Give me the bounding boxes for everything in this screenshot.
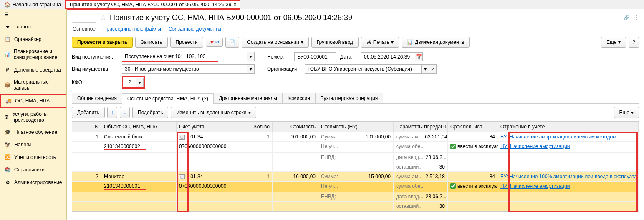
sublink-main[interactable]: Основное [73, 26, 96, 32]
th-refl[interactable]: Отражение в учете [498, 122, 639, 132]
kfo-dropdown[interactable]: ▾ [136, 78, 144, 87]
truck-icon: 🚚 [5, 98, 12, 105]
tab-general[interactable]: Общие сведения [72, 93, 122, 103]
edit-selected-button[interactable]: Изменить выделенные строки ▾ [171, 107, 256, 118]
tab-document[interactable]: Принятие к учету ОС, НМА, НПА БУ00-00000… [65, 0, 240, 10]
post-button[interactable]: Провести [170, 37, 203, 48]
sidebar-item-materials[interactable]: 📦Материальные запасы [0, 76, 66, 94]
gear-icon: ⚙ [4, 179, 11, 186]
receipt-type-dropdown[interactable]: ▾ [247, 52, 255, 61]
tab-home-label: Начальная страница [13, 2, 61, 8]
group-input-button[interactable]: Групповой ввод [311, 37, 359, 48]
table-header: N Объект ОС, НМА, НПА Счет учета Кол-во … [72, 122, 639, 132]
sidebar: ☰ ★Главное 📋Органайзер 📊Планирование и с… [0, 9, 67, 220]
page-title: Принятие к учету ОС, НМА, НПА БУ00-00000… [110, 13, 352, 22]
star-icon: ★ [4, 23, 11, 30]
print-button[interactable]: 🖨 Печать ▾ [361, 37, 399, 48]
tab-home[interactable]: 🏠 Начальная страница [0, 0, 65, 9]
share-icon: 🔀 [4, 154, 11, 161]
sidebar-item-planning[interactable]: 📊Планирование и санкционирование [0, 46, 66, 64]
book-icon: 📚 [4, 166, 11, 173]
sidebar-item-money[interactable]: ₽Денежные средства [0, 64, 66, 76]
sublinks: Основное Присоединенные файлы Связанные … [72, 26, 639, 32]
th-obj[interactable]: Объект ОС, НМА, НПА [101, 122, 177, 132]
property-type-dropdown[interactable]: ▾ [247, 64, 255, 74]
nav-buttons: ← → [72, 13, 96, 23]
sidebar-item-paid-edu[interactable]: 🎓Платное обучение [0, 126, 66, 138]
home-icon: 🏠 [4, 2, 10, 8]
th-params[interactable]: Параметры переданны... [394, 122, 448, 132]
create-based-button[interactable]: Создать на основании ▾ [242, 37, 309, 48]
th-qty[interactable]: Кол-во [239, 122, 273, 132]
receipt-type-field[interactable]: Поступление на счет 101, 102, 103 [122, 52, 247, 61]
sidebar-item-main[interactable]: ★Главное [0, 20, 66, 33]
sublink-related[interactable]: Связанные документы [169, 26, 221, 32]
org-open[interactable]: ↗ [429, 64, 437, 74]
sidebar-item-taxes[interactable]: 🦅Налоги [0, 138, 66, 151]
grad-cap-icon: 🎓 [4, 129, 11, 136]
box-icon: 📦 [4, 82, 10, 88]
movements-button[interactable]: 📊 Движения документа [402, 37, 470, 48]
receipt-type-label: Вид поступления: [72, 54, 118, 60]
add-button[interactable]: Добавить [72, 107, 105, 118]
toolbar: Провести и закрыть Записать Провести ДтК… [72, 37, 639, 48]
move-down-button[interactable]: ↓ [120, 107, 130, 118]
more-button[interactable]: Еще ▾ [601, 37, 626, 48]
sidebar-toggle[interactable]: ☰ [0, 9, 66, 20]
debit-credit-button[interactable]: ДтКт [206, 38, 223, 47]
tab-accounting[interactable]: Бухгалтерская операция [315, 93, 383, 103]
top-tabs: 🏠 Начальная страница Принятие к учету ОС… [0, 0, 644, 9]
reflection-highlight [508, 132, 638, 212]
sub-more-button[interactable]: Еще ▾ [614, 107, 639, 118]
eagle-icon: 🦅 [4, 141, 11, 148]
th-srok[interactable]: Срок пол. исп. [448, 122, 498, 132]
data-table: N Объект ОС, НМА, НПА Счет учета Кол-во … [72, 121, 639, 212]
commission-checkbox[interactable]: ввести в эксплуатацию [450, 143, 498, 149]
favorite-star[interactable]: ☆ [100, 13, 106, 22]
sliders-icon: ⚙ [4, 114, 9, 120]
date-label: Дата: [340, 54, 357, 60]
property-type-field[interactable]: 30 - Иное движимое имущество [122, 64, 247, 74]
sidebar-item-reports[interactable]: 🔀Учет и отчетность [0, 151, 66, 164]
inner-tabs: Общие сведения Основные средства, НМА, Н… [72, 93, 639, 104]
sidebar-item-os[interactable]: 🚚ОС, НМА, НПА [0, 94, 66, 108]
link-icon[interactable]: 🔗 [624, 15, 630, 20]
tab-document-label: Принятие к учету ОС, НМА, НПА БУ00-00000… [70, 2, 231, 8]
tab-os[interactable]: Основные средства, НМА, НПА (2) [122, 93, 214, 104]
post-close-button[interactable]: Провести и закрыть [72, 37, 133, 48]
th-n[interactable]: N [72, 122, 101, 132]
move-up-button[interactable]: ↑ [107, 107, 117, 118]
kfo-field[interactable]: 2 [124, 78, 136, 87]
tab-commission[interactable]: Комиссия [282, 93, 316, 103]
tab-precious[interactable]: Драгоценные материалы [213, 93, 283, 103]
help-button[interactable]: ? [629, 37, 639, 48]
th-cost[interactable]: Стоимость [273, 122, 318, 132]
sublink-files[interactable]: Присоединенные файлы [103, 26, 161, 32]
report-button[interactable]: 📄 [225, 37, 239, 48]
commission-checkbox[interactable]: ввести в эксплуатацию [450, 183, 498, 189]
date-field[interactable]: 06.05.2020 14:26:39 [361, 52, 415, 61]
kfo-label: КФО: [72, 79, 118, 85]
org-field[interactable]: ГОБУ ВПО Университет искусств (Субсидия) [305, 64, 422, 74]
forward-button[interactable]: → [84, 13, 96, 22]
org-dropdown[interactable]: ▾ [422, 64, 429, 74]
number-field[interactable]: БУ00-000001 [294, 52, 336, 61]
th-acc[interactable]: Счет учета [177, 122, 239, 132]
pick-button[interactable]: Подобрать [132, 107, 168, 118]
write-button[interactable]: Записать [135, 37, 167, 48]
sidebar-item-refs[interactable]: 📚Справочники [0, 164, 66, 176]
sidebar-item-services[interactable]: ⚙Услуги, работы, производство [0, 108, 66, 126]
account-column-highlight [177, 132, 189, 212]
sub-toolbar: Добавить ↑ ↓ Подобрать Изменить выделенн… [72, 107, 639, 118]
content: ← → ☆ Принятие к учету ОС, НМА, НПА БУ00… [67, 9, 644, 220]
ruble-icon: ₽ [4, 67, 11, 73]
more-icon[interactable]: ⋮ [634, 15, 639, 20]
close-icon[interactable]: × [233, 2, 236, 8]
date-picker-button[interactable]: 📅 [415, 52, 423, 61]
sidebar-item-admin[interactable]: ⚙Администрирование [0, 176, 66, 189]
number-label: Номер: [267, 54, 290, 60]
plan-icon: 📊 [4, 51, 10, 58]
sidebar-item-organizer[interactable]: 📋Органайзер [0, 33, 66, 46]
back-button[interactable]: ← [72, 13, 84, 22]
th-costnu[interactable]: Стоимость (НУ) [318, 122, 394, 132]
